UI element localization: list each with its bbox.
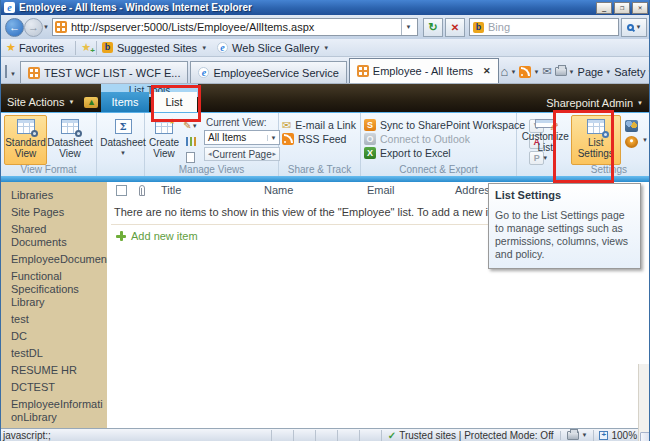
security-zone-status[interactable]: ✓ Trusted sites | Protected Mode: Off	[381, 430, 560, 441]
chevron-down-icon: ▼	[637, 100, 643, 106]
list-settings-button[interactable]: List Settings	[571, 115, 622, 165]
tab-employee-all-items[interactable]: Employee - All Items ✕	[349, 58, 499, 83]
tab-items[interactable]: Items	[101, 92, 149, 112]
navigate-up-icon[interactable]: ▲	[84, 97, 98, 108]
search-dropdown-icon[interactable]: ▼	[636, 24, 642, 30]
add-new-item-link[interactable]: Add new item	[116, 230, 198, 242]
sidebar-item-employeedocument[interactable]: EmployeeDocument	[11, 253, 105, 266]
quick-tabs-icon[interactable]	[5, 65, 7, 78]
next-page-icon[interactable]: ▸	[272, 150, 276, 158]
sidebar-item-test[interactable]: test	[11, 313, 105, 326]
export-excel-button[interactable]: X Export to Excel	[364, 147, 525, 159]
close-tab-icon[interactable]: ✕	[483, 66, 491, 76]
read-mail-button[interactable]: ✉	[542, 65, 551, 78]
suggested-sites-button[interactable]: b Suggested Sites ▼	[102, 42, 207, 54]
column-header-email[interactable]: Email	[367, 184, 395, 196]
search-input[interactable]: b Bing	[469, 18, 619, 36]
sidebar-item-employeeinformationlibrary[interactable]: EmployeeInformationLibrary	[11, 398, 105, 424]
modify-view-button[interactable]: ✎▼	[182, 118, 199, 133]
scrollbar-thumb[interactable]	[640, 432, 650, 441]
user-name: Sharepoint Admin	[546, 97, 633, 109]
tab-list-dropdown-icon[interactable]: ▼	[10, 71, 16, 77]
list-settings-gear-icon	[587, 119, 605, 134]
workflow-settings-icon	[625, 120, 638, 132]
datasheet-view-label: Datasheet View	[47, 137, 93, 159]
column-header-title[interactable]: Title	[161, 184, 181, 196]
sidebar-item-testdl[interactable]: testDL	[11, 347, 105, 360]
favorites-button[interactable]: Favorites	[19, 42, 64, 54]
sidebar-item-dc[interactable]: DC	[11, 330, 105, 343]
refresh-button[interactable]: ↻	[423, 18, 443, 37]
url-dropdown-icon[interactable]: ▼	[401, 19, 415, 35]
safety-menu[interactable]: Safety▼	[614, 66, 650, 78]
list-permissions-button[interactable]	[623, 134, 640, 149]
site-actions-menu[interactable]: Site Actions ▼	[7, 96, 74, 108]
history-dropdown-icon[interactable]: ▼	[43, 24, 49, 30]
user-menu[interactable]: Sharepoint Admin ▼	[546, 97, 643, 109]
rss-feed-button[interactable]: RSS Feed	[282, 133, 356, 145]
group-label: Connect & Export	[361, 164, 516, 175]
column-header-name[interactable]: Name	[264, 184, 293, 196]
current-view-label: Current View:	[204, 117, 280, 128]
status-segment	[359, 430, 381, 441]
add-favorite-icon[interactable]: ★	[81, 41, 91, 54]
page-navigation[interactable]: ◂ Current Page ▸	[204, 147, 280, 161]
restore-button[interactable]: ❐	[614, 2, 630, 14]
previous-page-icon[interactable]: ◂	[208, 150, 212, 158]
connect-outlook-label: Connect to Outlook	[380, 133, 470, 145]
home-button[interactable]: ⌂▼	[501, 66, 517, 78]
home-icon: ⌂	[501, 66, 509, 78]
url-text[interactable]: http://spserver:5000/Lists/Employee/AllI…	[71, 21, 401, 33]
printer-icon	[555, 67, 567, 76]
current-view-select[interactable]: All Items ▼	[204, 130, 280, 145]
sidebar-item-site-pages[interactable]: Site Pages	[11, 206, 105, 219]
tab-test-wcf-list[interactable]: TEST WCF LIST - WCF E...	[20, 61, 189, 83]
connect-outlook-button[interactable]: O Connect to Outlook	[364, 133, 525, 145]
page-menu[interactable]: Page▼	[578, 66, 612, 78]
chevron-down-icon[interactable]: ▼	[642, 137, 648, 143]
navigate-up-button[interactable]	[182, 150, 199, 165]
group-label: Share & Track	[279, 164, 360, 175]
stop-button[interactable]: ✕	[445, 18, 465, 37]
sidebar-item-shared-documents[interactable]: Shared Documents	[11, 223, 105, 249]
create-column-button[interactable]	[182, 134, 199, 149]
customize-list-button[interactable]: ✎ Customize List ▼	[520, 115, 571, 165]
security-zone-label: Trusted sites | Protected Mode: Off	[399, 430, 553, 441]
print-button[interactable]: ▼	[555, 67, 575, 76]
bing-icon: b	[473, 22, 484, 33]
divider	[96, 41, 97, 55]
sidebar-header-libraries[interactable]: Libraries	[11, 189, 105, 202]
minimize-button[interactable]: _	[596, 2, 612, 14]
site-actions-label: Site Actions	[7, 96, 64, 108]
vertical-scrollbar[interactable]: ▼	[638, 364, 650, 441]
bing-icon: b	[102, 42, 113, 53]
workflow-settings-button[interactable]	[623, 118, 640, 133]
datasheet-view-button[interactable]: Datasheet View	[47, 115, 93, 165]
tab-employeeservice[interactable]: e EmployeeService Service	[190, 61, 346, 83]
ribbon-group-share-track: ✉ E-mail a Link RSS Feed Share & Track	[279, 113, 361, 176]
web-slice-gallery-label: Web Slice Gallery	[232, 42, 319, 54]
email-link-button[interactable]: ✉ E-mail a Link	[282, 119, 356, 131]
ribbon-group-view-format: Standard View Datasheet View View Format	[1, 113, 97, 176]
ribbon-group-manage-views: ★ Create View ✎▼ Current View: All Items…	[145, 113, 279, 176]
tooltip-title: List Settings	[495, 189, 634, 201]
standard-view-button[interactable]: Standard View	[4, 115, 47, 165]
web-slice-gallery-button[interactable]: e Web Slice Gallery ▼	[217, 42, 329, 54]
sidebar-item-dctest[interactable]: DCTEST	[11, 381, 105, 394]
forward-button[interactable]: →	[24, 18, 43, 37]
compatibility-button[interactable]: ▼	[560, 431, 594, 440]
select-all-checkbox[interactable]	[116, 185, 127, 196]
rss-feeds-button[interactable]: ▼	[519, 66, 539, 78]
tab-list[interactable]: List	[151, 92, 197, 112]
datasheet-dropdown-button[interactable]: Σ Datasheet ▼	[100, 115, 146, 165]
create-view-button[interactable]: ★ Create View	[148, 115, 180, 165]
close-button[interactable]: ✕	[632, 2, 648, 14]
address-input[interactable]: http://spserver:5000/Lists/Employee/AllI…	[52, 18, 418, 36]
sidebar-item-resume-hr[interactable]: RESUME HR	[11, 364, 105, 377]
search-icon	[627, 24, 634, 31]
sigma-icon: Σ	[115, 119, 132, 134]
back-button[interactable]: ←	[5, 18, 24, 37]
sync-workspace-button[interactable]: S Sync to SharePoint Workspace	[364, 119, 525, 131]
search-button[interactable]: ▼	[621, 18, 647, 37]
sidebar-item-functional-specifications-library[interactable]: Functional Specifications Library	[11, 270, 105, 309]
